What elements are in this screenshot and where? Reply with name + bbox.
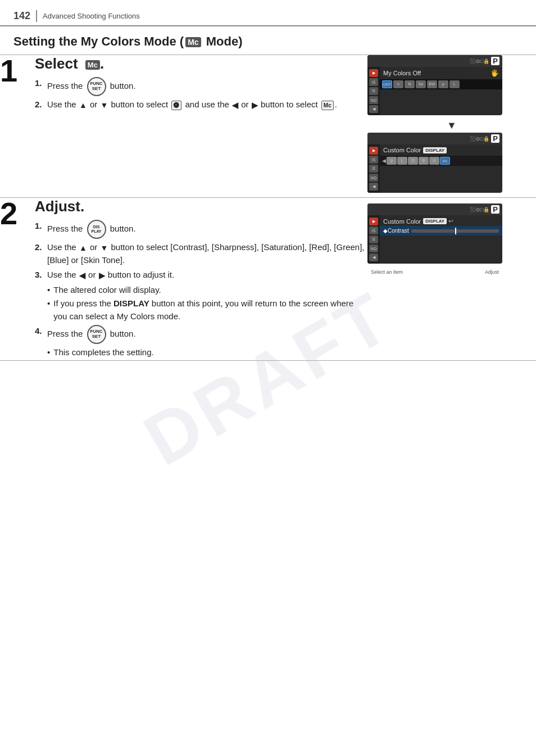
down-arrow-2: ▼	[100, 242, 108, 254]
strip-n: N	[405, 80, 415, 88]
left-arrow: ◀	[232, 99, 238, 111]
step-1-sub-2: 2. Use the ▲ or ▼ button to select 🅜 and…	[35, 98, 367, 111]
camera-screen-2: ⬛⊙□🔒 P ▶ IŜ ☰ NΩ ◀ Custom Color DISPL	[367, 133, 502, 193]
left-icon-2-1: ▶	[369, 147, 378, 155]
title-text: Setting the My Colors Mode (	[13, 34, 184, 48]
cam-menu-row-1: My Colors Off 🖐	[380, 67, 502, 79]
mode-icon: Mc	[185, 37, 201, 47]
left-icon-2-3: ☰	[369, 165, 378, 173]
cam-main-2: Custom Color DISPLAY ◀ p L D B G Mc	[380, 144, 502, 193]
cam-body-2: ▶ IŜ ☰ NΩ ◀ Custom Color DISPLAY ◀	[367, 144, 502, 193]
left-arrow-2: ◀	[79, 270, 85, 282]
left-icon-5: ◀	[369, 105, 378, 113]
cam-main-3: Custom Color DISPLAY ↩ ◆Contrast	[380, 215, 502, 264]
left-icon-3-4: NΩ	[369, 245, 378, 252]
mc-icon: Mc	[321, 101, 334, 110]
camera-screen-3: ⬛⊙□🔒 P ▶ IŜ ☰ NΩ ◀ Custom Color DISPL	[367, 203, 502, 264]
cam-left-icons-1: ▶ IŜ ☰ NΩ ◀	[367, 67, 380, 115]
strip-se: Se	[416, 80, 426, 88]
title-end: Mode)	[203, 34, 243, 48]
step-1-sub-1: 1. Press the FUNCSET button.	[35, 77, 367, 96]
step-1-body: 1. Press the FUNCSET button. 2. Use the …	[35, 77, 367, 111]
display-button-icon: DISPLAY	[87, 220, 106, 239]
display-badge-2: DISPLAY	[423, 218, 447, 224]
step-1-images: ⬛⊙□🔒 P ▶ IŜ ☰ NΩ ◀ My Colors Off 🖐	[367, 55, 536, 198]
cam-top-bar-3: ⬛⊙□🔒 P	[367, 203, 502, 215]
step-2-images: ⬛⊙□🔒 P ▶ IŜ ☰ NΩ ◀ Custom Color DISPL	[367, 198, 536, 361]
cam-menu-row-2: Custom Color DISPLAY	[380, 144, 502, 156]
cam-body-1: ▶ IŜ ☰ NΩ ◀ My Colors Off 🖐 OFF v	[367, 67, 502, 115]
my-colors-off-label: My Colors Off	[383, 70, 421, 76]
left-icon-2-2: IŜ	[369, 156, 378, 164]
cam-bottom-strip-1: OFF v N Se BW p L	[380, 79, 502, 89]
func-set-button-icon-2: FUNCSET	[87, 325, 106, 344]
step-2-body: 1. Press the DISPLAY button. 2. Use the …	[35, 220, 367, 359]
p-badge-2: P	[491, 134, 499, 143]
arrow-down-indicator: ▼	[367, 120, 536, 132]
page-number: 142	[13, 10, 37, 22]
strip-v: v	[393, 80, 403, 88]
contrast-label: ◆Contrast	[383, 228, 409, 234]
custom-color-label-2: Custom Color	[383, 218, 421, 225]
cam-left-icons-3: ▶ IŜ ☰ NΩ ◀	[367, 215, 380, 264]
step-1-num-cell: 1	[0, 55, 35, 198]
cam-bottom-strip-2: ◀ p L D B G Mc	[380, 156, 502, 166]
strip2-d: D	[408, 157, 418, 165]
page-title: Setting the My Colors Mode (Mc Mode)	[0, 26, 536, 55]
cam-left-icons-2: ▶ IŜ ☰ NΩ ◀	[367, 144, 380, 193]
step-1-heading: Select Mc.	[35, 55, 367, 73]
p-badge-1: P	[491, 57, 499, 65]
strip-off: OFF	[382, 80, 392, 88]
contrast-marker	[455, 228, 456, 234]
step-1-content: Select Mc. 1. Press the FUNCSET button. …	[35, 55, 367, 198]
right-arrow: ▶	[252, 99, 258, 111]
step-1-number: 1	[0, 55, 35, 87]
down-arrow: ▼	[100, 99, 108, 111]
strip-p: p	[438, 80, 448, 88]
step-2-extra-bullets: This completes the setting.	[35, 346, 367, 359]
step-2-sub-3: 3. Use the ◀ or ▶ button to adjust it.	[35, 269, 367, 282]
cam-body-3: ▶ IŜ ☰ NΩ ◀ Custom Color DISPLAY ↩	[367, 215, 502, 264]
strip2-b: B	[419, 157, 429, 165]
cam-menu-row-3: Custom Color DISPLAY ↩	[380, 215, 502, 226]
right-arrow-2: ▶	[99, 270, 105, 282]
left-icon-3-3: ☰	[369, 236, 378, 243]
p-badge-3: P	[491, 205, 499, 214]
step-2-content: Adjust. 1. Press the DISPLAY button. 2. …	[35, 198, 367, 361]
caption-right: Adjust	[485, 269, 499, 275]
section-title: Advanced Shooting Functions	[43, 12, 140, 20]
custom-color-label: Custom Color	[383, 147, 421, 153]
strip-l: L	[449, 80, 460, 88]
func-set-button-icon-1: FUNCSET	[87, 77, 106, 96]
up-arrow: ▲	[79, 99, 87, 111]
cam-top-bar-2: ⬛⊙□🔒 P	[367, 133, 502, 144]
left-icon-2-4: NΩ	[369, 174, 378, 182]
extra-bullet-1: This completes the setting.	[47, 346, 367, 359]
left-icon-3: ☰	[369, 87, 378, 95]
steps-table: 1 Select Mc. 1. Press the FUNCSET button…	[0, 55, 536, 361]
strip2-g: G	[429, 157, 439, 165]
step-2-row: 2 Adjust. 1. Press the DISPLAY button. 2…	[0, 198, 536, 361]
cam-contrast-bar	[411, 229, 499, 233]
step-1-heading-icon: Mc	[85, 60, 100, 70]
step-2-sub-1: 1. Press the DISPLAY button.	[35, 220, 367, 239]
camera-screen-1: ⬛⊙□🔒 P ▶ IŜ ☰ NΩ ◀ My Colors Off 🖐	[367, 55, 502, 115]
strip2-p: p	[387, 157, 397, 165]
cam-top-bar-1: ⬛⊙□🔒 P	[367, 55, 502, 67]
left-icon-3-1: ▶	[369, 218, 378, 225]
left-icon-4: NΩ	[369, 96, 378, 104]
step-2-number: 2	[0, 198, 35, 229]
cam-caption-row: Select an item Adjust	[367, 268, 502, 276]
step-2-bullets: The altered color will display. If you p…	[35, 284, 367, 323]
left-icon-3-2: IŜ	[369, 227, 378, 234]
step-2-sub-4: 4. Press the FUNCSET button.	[35, 325, 367, 344]
step-2-heading: Adjust.	[35, 198, 367, 215]
display-badge: DISPLAY	[423, 147, 447, 153]
step-1-row: 1 Select Mc. 1. Press the FUNCSET button…	[0, 55, 536, 198]
strip-bw: BW	[427, 80, 437, 88]
cam-main-1: My Colors Off 🖐 OFF v N Se BW p L	[380, 67, 502, 115]
my-colors-off-icon: 🅜	[171, 101, 181, 110]
step-2-num-cell: 2	[0, 198, 35, 361]
strip2-l: L	[397, 157, 407, 165]
bullet-2: If you press the DISPLAY button at this …	[47, 297, 367, 323]
